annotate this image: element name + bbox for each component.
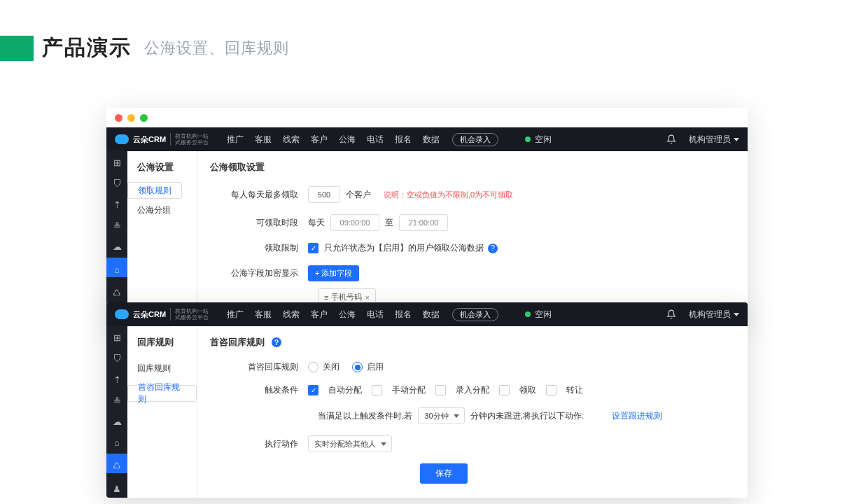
duration-select[interactable]: 30分钟 (418, 407, 464, 424)
label: 触发条件 (210, 384, 308, 396)
app-window-2: 云朵CRM 教育机构一站式服务云平台 推广 客服 线索 客户 公海 电话 报名 … (106, 302, 748, 498)
rail-icon-recycle[interactable]: ♺ (111, 287, 123, 298)
content-area: 首咨回库规则 ? 首咨回库规则 关闭 启用 触发条件 ✓自动分配 手动分配 录入… (197, 326, 748, 498)
icon-rail: ⊞ ⛉ ⇡ ≗ ☁ ⌂ ♺ ♟ (106, 326, 127, 498)
nav-item[interactable]: 报名 (395, 134, 412, 146)
section-title: 首咨回库规则 ? (210, 336, 735, 349)
nav-items: 推广 客服 线索 客户 公海 电话 报名 数据 (227, 134, 440, 146)
action-pill[interactable]: 机会录入 (452, 133, 498, 146)
top-nav: 云朵CRM 教育机构一站式服务云平台 推广 客服 线索 客户 公海 电话 报名 … (106, 302, 748, 326)
row-max-per-day: 每人每天最多领取 个客户 说明：空或负值为不限制,0为不可领取 (210, 186, 735, 203)
nav-item[interactable]: 电话 (367, 309, 384, 321)
title-accent (0, 36, 34, 61)
rail-icon-cloud[interactable]: ☁ (111, 241, 123, 252)
nav-item[interactable]: 电话 (367, 134, 384, 146)
checkbox-enabled[interactable]: ✓ (308, 243, 318, 253)
nav-item[interactable]: 线索 (283, 309, 300, 321)
cond-text2: 分钟内未跟进,将执行以下动作: (470, 410, 584, 422)
chevron-down-icon (734, 138, 739, 141)
rail-icon-dashboard[interactable]: ⊞ (111, 332, 123, 343)
row-condition: 当满足以上触发条件时,若 30分钟 分钟内未跟进,将执行以下动作: 设置跟进规则 (210, 407, 735, 424)
user-menu[interactable]: 机构管理员 (689, 309, 739, 321)
rail-icon-recycle[interactable]: ♺ (106, 454, 127, 473)
rail-icon-person[interactable]: ♟ (111, 483, 123, 494)
cb-claim[interactable]: 领取 (499, 384, 536, 396)
nav-item[interactable]: 数据 (423, 309, 440, 321)
label: 执行动作 (210, 438, 308, 450)
rail-icon-dashboard[interactable]: ⊞ (111, 157, 123, 168)
cb-transfer[interactable]: 转让 (546, 384, 583, 396)
row-action: 执行动作 实时分配给其他人 (210, 435, 735, 452)
nav-items: 推广 客服 线索 客户 公海 电话 报名 数据 (227, 309, 440, 321)
rail-icon-stats[interactable]: ⇡ (111, 374, 123, 385)
help-icon[interactable]: ? (272, 337, 281, 347)
note: 说明：空或负值为不限制,0为不可领取 (384, 190, 513, 200)
status-dot-icon (525, 136, 531, 142)
row-restriction: 领取限制 ✓ 只允许状态为【启用】的用户领取公海数据 ? (210, 242, 735, 254)
sidebar-item-return[interactable]: 回库规则 (127, 357, 197, 380)
bell-icon[interactable] (666, 134, 676, 144)
nav-item[interactable]: 客户 (311, 134, 328, 146)
minimize-dot[interactable] (127, 114, 135, 122)
cb-auto[interactable]: ✓自动分配 (308, 384, 362, 396)
chevron-down-icon (381, 442, 386, 446)
bell-icon[interactable] (666, 309, 676, 319)
label: 每人每天最多领取 (210, 189, 308, 201)
sidebar-header: 回库规则 (127, 336, 197, 357)
radio-off[interactable]: 关闭 (308, 361, 340, 373)
row-encrypt-fields: 公海字段加密显示 + 添加字段 (210, 265, 735, 281)
user-menu[interactable]: 机构管理员 (689, 134, 739, 146)
rail-icon-stats[interactable]: ⇡ (111, 199, 123, 210)
cloud-icon (115, 134, 129, 144)
brand-sub: 教育机构一站式服务云平台 (170, 133, 209, 146)
nav-item[interactable]: 推广 (227, 309, 244, 321)
nav-item[interactable]: 客服 (255, 309, 272, 321)
sidebar-item-rules[interactable]: 领取规则 (127, 182, 182, 199)
nav-item[interactable]: 公海 (339, 134, 356, 146)
rail-icon-cloud[interactable]: ☁ (111, 416, 123, 427)
status[interactable]: 空闲 (525, 309, 552, 321)
sidebar-item-first[interactable]: 首咨回库规则 (127, 385, 197, 402)
title-main: 产品演示 (42, 34, 132, 62)
restriction-text: 只允许状态为【启用】的用户领取公海数据 (324, 242, 484, 254)
action-pill[interactable]: 机会录入 (452, 308, 498, 321)
row-triggers: 触发条件 ✓自动分配 手动分配 录入分配 领取 转让 (210, 384, 735, 396)
max-input[interactable] (308, 186, 340, 203)
app-window-1: 云朵CRM 教育机构一站式服务云平台 推广 客服 线索 客户 公海 电话 报名 … (106, 108, 748, 320)
nav-item[interactable]: 客服 (255, 134, 272, 146)
zoom-dot[interactable] (140, 114, 148, 122)
rail-icon-shield[interactable]: ⛉ (111, 353, 123, 364)
nav-item[interactable]: 推广 (227, 134, 244, 146)
add-field-button[interactable]: + 添加字段 (308, 265, 359, 281)
time-to[interactable] (399, 214, 448, 231)
nav-item[interactable]: 线索 (283, 134, 300, 146)
status-dot-icon (525, 312, 531, 317)
unit: 个客户 (346, 189, 371, 201)
set-rule-link[interactable]: 设置跟进规则 (612, 410, 662, 422)
rail-icon-user[interactable]: ≗ (111, 220, 123, 231)
list-icon: ≡ (324, 293, 328, 302)
rail-icon-shield[interactable]: ⛉ (111, 178, 123, 189)
radio-on[interactable]: 启用 (352, 361, 384, 373)
remove-tag-icon[interactable]: × (365, 293, 369, 302)
chevron-down-icon (454, 414, 459, 418)
help-icon[interactable]: ? (488, 244, 498, 253)
close-dot[interactable] (115, 114, 122, 122)
nav-item[interactable]: 数据 (423, 134, 440, 146)
icon-rail: ⊞ ⛉ ⇡ ≗ ☁ ⌂ ♺ ♟ (106, 151, 127, 320)
rail-icon-home[interactable]: ⌂ (106, 258, 127, 277)
status[interactable]: 空闲 (525, 134, 552, 146)
nav-item[interactable]: 报名 (395, 309, 412, 321)
sidebar-item-groups[interactable]: 公海分组 (127, 199, 197, 222)
slide-title: 产品演示 公海设置、回库规则 (0, 34, 289, 62)
action-select[interactable]: 实时分配给其他人 (308, 435, 392, 452)
time-from[interactable] (330, 214, 379, 231)
cb-input[interactable]: 录入分配 (435, 384, 489, 396)
brand-name: 云朵CRM (133, 134, 166, 145)
rail-icon-user[interactable]: ≗ (111, 395, 123, 406)
cb-manual[interactable]: 手动分配 (372, 384, 426, 396)
nav-item[interactable]: 公海 (339, 309, 356, 321)
rail-icon-home[interactable]: ⌂ (111, 437, 123, 448)
save-button[interactable]: 保存 (420, 463, 468, 484)
nav-item[interactable]: 客户 (311, 309, 328, 321)
